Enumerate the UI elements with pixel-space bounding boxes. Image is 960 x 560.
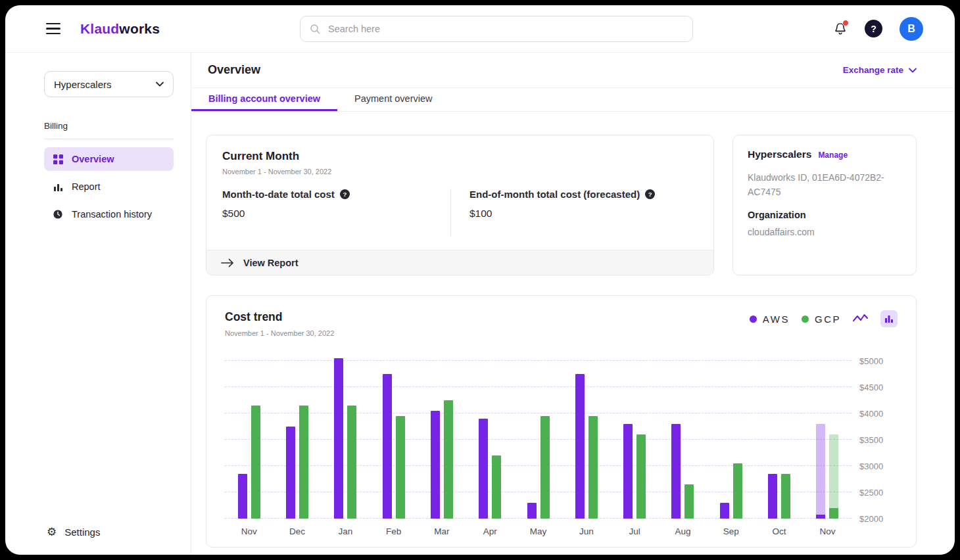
bar-gcp — [829, 434, 838, 519]
tab-payment-overview[interactable]: Payment overview — [337, 88, 449, 111]
exchange-rate-label: Exchange rate — [843, 65, 903, 75]
legend-label-gcp: GCP — [815, 314, 841, 325]
info-icon[interactable]: ? — [340, 189, 350, 199]
bar-aws — [479, 419, 488, 519]
current-month-title: Current Month — [222, 150, 698, 163]
sidebar-item-overview[interactable]: Overview — [44, 147, 174, 171]
organization-label: Organization — [748, 210, 901, 220]
main-area: Overview Exchange rate Billing account o… — [191, 53, 955, 555]
bar-gcp — [588, 416, 598, 519]
legend-item-gcp[interactable]: GCP — [802, 314, 841, 325]
chart-ylabels: $5000$4500$4000$3500$3000$2500$2000 — [852, 354, 898, 519]
sidebar-item-label: Overview — [72, 154, 114, 164]
x-axis-label: Jun — [562, 526, 610, 536]
organization-value: cloudaffairs.com — [748, 227, 901, 237]
bar-group — [562, 354, 610, 519]
stat-end-of-month-forecast: End-of-month total cost (forecasted) ? $… — [450, 189, 698, 237]
sidebar-item-report[interactable]: Report — [44, 175, 174, 198]
bar-group — [514, 354, 562, 519]
scope-selector-dropdown[interactable]: Hyperscalers — [44, 71, 174, 97]
bar-aws — [768, 474, 777, 519]
stat-month-to-date: Month-to-date total cost ? $500 — [222, 189, 450, 237]
bar-aws — [527, 503, 537, 519]
x-axis-label: Apr — [466, 526, 514, 536]
cost-trend-card: Cost trend November 1 - November 30, 202… — [206, 295, 917, 548]
chevron-down-icon — [156, 82, 164, 87]
y-axis-label: $4500 — [859, 383, 883, 392]
clock-icon — [52, 209, 64, 220]
account-id: Klaudworks ID, 01EA6D-4072B2-AC7475 — [748, 171, 901, 199]
manage-link[interactable]: Manage — [818, 151, 848, 160]
x-axis-label: Nov — [804, 526, 852, 536]
sidebar-item-label: Transaction history — [72, 209, 152, 220]
chart-date-range: November 1 - November 30, 2022 — [225, 329, 334, 337]
user-avatar[interactable]: B — [900, 17, 923, 41]
y-axis-label: $4000 — [859, 409, 883, 419]
search-input[interactable] — [327, 23, 683, 35]
bar-aws — [238, 474, 247, 519]
bar-aws — [334, 358, 343, 519]
legend-dot-gcp — [802, 315, 809, 323]
view-report-button[interactable]: View Report — [206, 250, 713, 275]
x-axis-label: Feb — [370, 526, 418, 536]
x-axis-label: Jan — [322, 526, 370, 536]
notifications-bell-icon[interactable] — [833, 22, 848, 36]
current-month-stats: Month-to-date total cost ? $500 End-of-m… — [206, 179, 713, 250]
legend-label-aws: AWS — [763, 314, 790, 325]
x-axis-label: Dec — [273, 526, 321, 536]
y-axis-label: $3000 — [859, 461, 883, 471]
bar-gcp — [347, 406, 356, 519]
x-axis-label: Aug — [659, 526, 707, 536]
x-axis-label: Oct — [755, 526, 803, 536]
chart-xlabels: NovDecJanFebMarAprMayJunJulAugSepOctNov — [225, 526, 852, 536]
bar-gcp — [684, 484, 694, 519]
x-axis-label: Mar — [418, 526, 466, 536]
sidebar-item-settings[interactable]: ⚙ Settings — [44, 526, 174, 538]
y-axis-label: $2000 — [859, 514, 883, 524]
line-chart-toggle-icon[interactable] — [853, 314, 869, 324]
stat-value: $500 — [222, 208, 450, 220]
chart-bars — [225, 354, 852, 519]
sidebar-section-label: Billing — [44, 121, 174, 139]
bar-actual-aws — [816, 515, 825, 519]
settings-label: Settings — [64, 526, 100, 538]
bar-group — [707, 354, 755, 519]
bar-group — [225, 354, 273, 519]
sidebar: Hyperscalers Billing — [5, 53, 191, 555]
bar-group — [659, 354, 707, 519]
sidebar-item-transaction-history[interactable]: Transaction history — [44, 202, 174, 226]
legend-item-aws[interactable]: AWS — [750, 314, 790, 325]
sidebar-item-label: Report — [72, 181, 101, 192]
bar-gcp — [636, 434, 646, 519]
bar-gcp — [299, 406, 308, 519]
bar-chart-toggle-icon[interactable] — [880, 310, 898, 327]
y-axis-label: $2500 — [859, 488, 883, 498]
y-axis-label: $5000 — [859, 356, 883, 366]
bar-group — [611, 354, 659, 519]
bar-aws — [623, 424, 633, 519]
stat-label: End-of-month total cost (forecasted) — [469, 189, 640, 200]
bar-gcp — [251, 406, 260, 519]
search-bar[interactable] — [300, 16, 693, 42]
help-icon[interactable]: ? — [865, 20, 882, 37]
chevron-down-icon — [909, 68, 917, 73]
hamburger-menu-icon[interactable] — [46, 23, 60, 35]
tab-billing-account-overview[interactable]: Billing account overview — [191, 88, 337, 111]
tab-bar: Billing account overview Payment overvie… — [191, 88, 955, 112]
bar-aws — [383, 374, 392, 519]
bar-group — [273, 354, 321, 519]
current-month-date-range: November 1 - November 30, 2022 — [222, 168, 698, 175]
info-icon[interactable]: ? — [645, 189, 655, 199]
stat-label: Month-to-date total cost — [222, 189, 335, 200]
arrow-right-icon — [221, 258, 234, 268]
bar-group — [804, 354, 852, 519]
x-axis-label: Jul — [611, 526, 659, 536]
current-month-card: Current Month November 1 - November 30, … — [206, 135, 714, 275]
exchange-rate-dropdown[interactable]: Exchange rate — [843, 65, 917, 75]
bar-gcp — [492, 455, 501, 519]
logo-part-1: Klaud — [80, 21, 119, 36]
notification-badge — [842, 20, 849, 26]
bar-group — [322, 354, 370, 519]
page-header: Overview Exchange rate — [191, 53, 955, 88]
bar-aws — [720, 503, 729, 519]
